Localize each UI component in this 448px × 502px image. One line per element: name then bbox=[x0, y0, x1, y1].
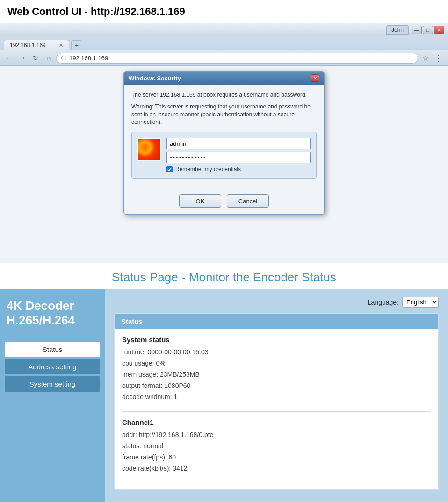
browser-content: Windows Security ✕ The server 192.168.1.… bbox=[0, 66, 448, 263]
sidebar-item-status-label: Status bbox=[43, 345, 63, 353]
main-content: Language: English Chinese Status System … bbox=[105, 289, 448, 502]
refresh-button[interactable]: ↻ bbox=[30, 52, 41, 64]
cpu-usage-line: cpu usage: 0% bbox=[122, 359, 431, 368]
flower-image bbox=[138, 139, 160, 160]
remember-row: Remember my credentials bbox=[166, 166, 311, 172]
cancel-button[interactable]: Cancel bbox=[227, 194, 269, 208]
channel1-title: Channel1 bbox=[122, 418, 431, 426]
system-status-title: System status bbox=[122, 336, 431, 344]
close-button[interactable]: ✕ bbox=[434, 26, 444, 34]
device-title-line1: 4K Decoder bbox=[7, 299, 100, 313]
credential-icon bbox=[137, 138, 161, 161]
forward-button[interactable]: → bbox=[17, 52, 28, 64]
dialog-title: Windows Security bbox=[129, 75, 181, 82]
browser-titlebar: John — □ ✕ bbox=[0, 23, 448, 36]
browser-tab[interactable]: 192.168.1.169 ✕ bbox=[4, 40, 69, 50]
status-divider bbox=[122, 411, 431, 412]
remember-checkbox[interactable] bbox=[166, 166, 173, 172]
tab-close-button[interactable]: ✕ bbox=[59, 43, 63, 49]
channel1-status-line: status: normal bbox=[122, 441, 431, 451]
credentials-area: Remember my credentials bbox=[131, 132, 317, 179]
security-icon: ⓘ bbox=[61, 55, 66, 62]
dialog-warning: Warning: This server is requesting that … bbox=[131, 103, 317, 126]
channel1-coderate-line: code rate(kbit/s): 3412 bbox=[122, 464, 431, 473]
sidebar-item-system[interactable]: System setting bbox=[5, 376, 100, 392]
browser-tabs: 192.168.1.169 ✕ + bbox=[0, 36, 448, 50]
window-title: Web Control UI - http://192.168.1.169 bbox=[0, 0, 448, 23]
output-format-line: output format: 1080P60 bbox=[122, 381, 431, 391]
remember-label: Remember my credentials bbox=[175, 166, 241, 172]
ok-button[interactable]: OK bbox=[179, 194, 221, 208]
browser-chrome: John — □ ✕ 192.168.1.169 ✕ + ← → ↻ ⌂ ⓘ 1… bbox=[0, 23, 448, 66]
tab-label: 192.168.1.169 bbox=[10, 42, 46, 49]
device-title: 4K Decoder H.265/H.264 bbox=[5, 299, 100, 328]
dialog-titlebar: Windows Security ✕ bbox=[124, 72, 324, 85]
sidebar-item-address[interactable]: Address setting bbox=[5, 359, 100, 374]
dialog-message: The server 192.168.1.169 at pbox require… bbox=[131, 91, 317, 99]
decode-wndnum-line: decode wndnum: 1 bbox=[122, 392, 431, 402]
credential-fields: Remember my credentials bbox=[166, 138, 311, 172]
status-panel-body: System status runtime: 0000-00-00 00:15:… bbox=[115, 329, 438, 489]
menu-button[interactable]: ⋮ bbox=[433, 52, 444, 64]
user-label: John bbox=[386, 25, 409, 35]
bookmark-button[interactable]: ☆ bbox=[420, 52, 431, 64]
sidebar-item-system-label: System setting bbox=[29, 380, 75, 388]
dialog-overlay: Windows Security ✕ The server 192.168.1.… bbox=[0, 66, 448, 263]
dialog-body: The server 192.168.1.169 at pbox require… bbox=[124, 85, 324, 191]
windows-security-dialog: Windows Security ✕ The server 192.168.1.… bbox=[123, 71, 325, 215]
channel1-group: Channel1 addr: http://192.168.1.168/0.pt… bbox=[122, 418, 431, 473]
sidebar-item-status[interactable]: Status bbox=[5, 342, 100, 357]
password-input[interactable] bbox=[166, 152, 311, 163]
sidebar: 4K Decoder H.265/H.264 Status Address se… bbox=[0, 289, 105, 502]
channel1-framerate-line: frame rate(fps): 60 bbox=[122, 452, 431, 462]
runtime-line: runtime: 0000-00-00 00:15:03 bbox=[122, 347, 431, 357]
sidebar-item-address-label: Address setting bbox=[28, 363, 76, 371]
language-select[interactable]: English Chinese bbox=[402, 297, 439, 308]
address-box[interactable]: ⓘ 192.168.1.169 bbox=[56, 53, 418, 64]
back-button[interactable]: ← bbox=[4, 52, 15, 64]
dialog-buttons: OK Cancel bbox=[124, 191, 324, 214]
new-tab-button[interactable]: + bbox=[71, 40, 82, 50]
minimize-button[interactable]: — bbox=[412, 26, 422, 34]
system-status-group: System status runtime: 0000-00-00 00:15:… bbox=[122, 336, 431, 402]
status-panel: Status System status runtime: 0000-00-00… bbox=[114, 313, 439, 490]
mem-usage-line: mem usage: 23MB/253MB bbox=[122, 370, 431, 380]
address-text: 192.168.1.169 bbox=[69, 55, 108, 62]
webui: 4K Decoder H.265/H.264 Status Address se… bbox=[0, 289, 448, 502]
username-input[interactable] bbox=[166, 138, 311, 149]
maximize-button[interactable]: □ bbox=[423, 26, 433, 34]
device-title-line2: H.265/H.264 bbox=[7, 313, 100, 328]
channel1-addr-line: addr: http://192.168.1.168/0.pte bbox=[122, 430, 431, 440]
browser-address-bar: ← → ↻ ⌂ ⓘ 192.168.1.169 ☆ ⋮ bbox=[0, 50, 448, 66]
dialog-close-button[interactable]: ✕ bbox=[311, 74, 319, 82]
language-label: Language: bbox=[368, 299, 398, 306]
status-panel-header: Status bbox=[115, 314, 438, 329]
language-row: Language: English Chinese bbox=[114, 297, 439, 308]
home-button[interactable]: ⌂ bbox=[43, 52, 54, 64]
section-heading: Status Page - Monitor the Encoder Status bbox=[0, 263, 448, 289]
